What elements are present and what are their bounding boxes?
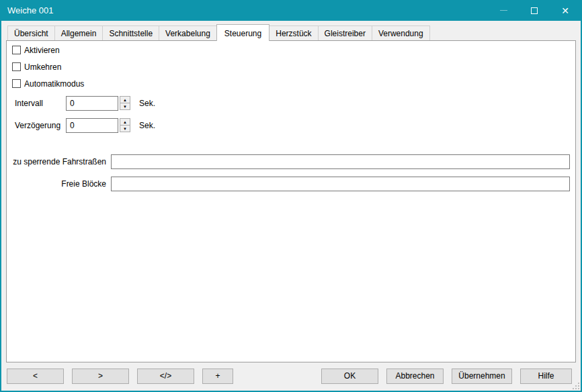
verzoegerung-unit-label: Sek. xyxy=(139,121,155,130)
tab-allgemein[interactable]: Allgemein xyxy=(54,26,103,40)
window-title: Weiche 001 xyxy=(1,5,53,15)
uebernehmen-button[interactable]: Übernehmen xyxy=(452,369,512,384)
titlebar: Weiche 001 ✕ xyxy=(1,0,581,21)
nav-button-group: < > </> + xyxy=(7,369,233,384)
intervall-spinner: ▲ ▼ xyxy=(120,96,130,111)
tab-verkabelung[interactable]: Verkabelung xyxy=(159,26,217,40)
prev-button[interactable]: < xyxy=(7,369,64,384)
tab-herzstueck[interactable]: Herzstück xyxy=(269,26,318,40)
umkehren-label: Umkehren xyxy=(24,62,61,72)
maximize-icon xyxy=(531,7,538,14)
window-controls: ✕ xyxy=(488,0,581,21)
minimize-button[interactable] xyxy=(488,0,519,21)
umkehren-checkbox[interactable] xyxy=(12,62,21,71)
tab-gleistreiber[interactable]: Gleistreiber xyxy=(318,26,372,40)
tab-page-steuerung: Aktivieren Umkehren Automatikmodus Inter… xyxy=(6,40,576,362)
automatikmodus-checkbox[interactable] xyxy=(12,79,21,88)
aktivieren-checkbox[interactable] xyxy=(12,46,21,54)
intervall-unit-label: Sek. xyxy=(139,99,155,108)
spacer xyxy=(12,140,570,154)
tab-strip: Übersicht Allgemein Schnittstelle Verkab… xyxy=(1,21,581,40)
action-button-group: OK Abbrechen Übernehmen Hilfe xyxy=(313,369,572,384)
verzoegerung-spin-down-button[interactable]: ▼ xyxy=(120,125,130,132)
hilfe-button[interactable]: Hilfe xyxy=(520,369,572,384)
code-button[interactable]: </> xyxy=(137,369,194,384)
intervall-spin-down-button[interactable]: ▼ xyxy=(120,103,130,110)
freie-bloecke-label: Freie Blöcke xyxy=(12,179,111,189)
fahrstrassen-label: zu sperrende Fahrstraßen xyxy=(12,157,111,166)
bottom-button-bar: < > </> + OK Abbrechen Übernehmen Hilfe xyxy=(1,362,581,391)
intervall-input[interactable] xyxy=(66,96,118,111)
close-button[interactable]: ✕ xyxy=(550,0,581,21)
verzoegerung-input[interactable] xyxy=(66,118,118,133)
aktivieren-label: Aktivieren xyxy=(24,46,60,55)
intervall-label: Intervall xyxy=(12,99,66,108)
tab-verwendung[interactable]: Verwendung xyxy=(372,26,430,40)
verzoegerung-label: Verzögerung xyxy=(12,121,66,130)
checkbox-row-aktivieren: Aktivieren xyxy=(12,46,570,54)
tab-uebersicht[interactable]: Übersicht xyxy=(7,26,55,40)
close-icon: ✕ xyxy=(561,6,569,15)
tab-schnittstelle[interactable]: Schnittstelle xyxy=(102,26,159,40)
add-button[interactable]: + xyxy=(202,369,233,384)
verzoegerung-row: Verzögerung ▲ ▼ Sek. xyxy=(12,118,570,133)
freie-bloecke-row: Freie Blöcke xyxy=(12,177,570,191)
fahrstrassen-row: zu sperrende Fahrstraßen xyxy=(12,154,570,169)
verzoegerung-spinner: ▲ ▼ xyxy=(120,118,130,133)
automatikmodus-label: Automatikmodus xyxy=(24,79,84,89)
abbrechen-button[interactable]: Abbrechen xyxy=(386,369,444,384)
intervall-row: Intervall ▲ ▼ Sek. xyxy=(12,96,570,111)
resize-grip[interactable] xyxy=(572,382,580,390)
maximize-button[interactable] xyxy=(519,0,550,21)
ok-button[interactable]: OK xyxy=(321,369,378,384)
minimize-icon xyxy=(500,10,507,11)
checkbox-row-automatikmodus: Automatikmodus xyxy=(12,79,570,88)
dialog-window: Weiche 001 ✕ Übersicht Allgemein Schnitt… xyxy=(0,0,582,392)
freie-bloecke-input[interactable] xyxy=(111,177,570,191)
next-button[interactable]: > xyxy=(72,369,129,384)
tab-steuerung[interactable]: Steuerung xyxy=(216,24,269,41)
checkbox-row-umkehren: Umkehren xyxy=(12,62,570,71)
fahrstrassen-input[interactable] xyxy=(111,154,570,169)
